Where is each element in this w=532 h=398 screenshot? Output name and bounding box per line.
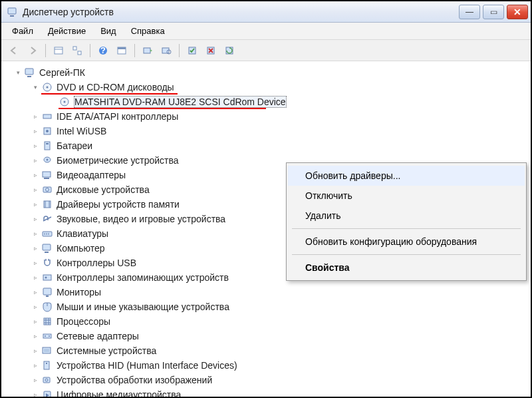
category-label: Драйверы устройств памяти [57, 199, 180, 210]
ctx-separator [292, 228, 521, 229]
toggle-expand-icon[interactable]: ▹ [31, 346, 40, 355]
svg-text:?: ? [100, 45, 106, 55]
toggle-expand-icon[interactable]: ▹ [31, 288, 40, 297]
svg-rect-31 [43, 172, 51, 177]
toggle-expand-icon[interactable]: ▹ [31, 156, 40, 165]
toggle-expand-icon[interactable]: ▹ [31, 258, 40, 268]
svg-point-26 [46, 130, 49, 132]
app-icon [7, 6, 19, 18]
toggle-expand-icon[interactable]: ▹ [31, 112, 40, 121]
ctx-update-drivers[interactable]: Обновить драйверы... [288, 166, 525, 186]
toggle-expand-icon[interactable]: ▹ [31, 214, 40, 224]
category-label: Мониторы [57, 287, 101, 298]
toggle-expand-icon[interactable]: ▹ [31, 229, 40, 238]
close-button[interactable]: ✕ [507, 5, 528, 19]
category-icon [41, 169, 53, 181]
uninstall-button[interactable] [202, 42, 219, 59]
category-icon [41, 198, 53, 210]
tree-category[interactable]: ▹Мониторы [31, 285, 528, 299]
root-label: Сергей-ПК [39, 67, 85, 78]
category-icon [41, 359, 53, 371]
toggle-expand-icon[interactable]: ▹ [31, 200, 40, 209]
tree-device-dvd[interactable]: MATSHITA DVD-RAM UJ8E2 SCSI CdRom Device [48, 95, 528, 109]
toggle-expand-icon[interactable]: ▹ [31, 317, 40, 326]
toggle-spacer [48, 97, 57, 106]
toggle-expand-icon[interactable]: ▹ [31, 244, 40, 253]
minimize-icon: — [466, 7, 473, 17]
category-icon [41, 140, 53, 152]
svg-rect-61 [44, 361, 49, 369]
enable-button[interactable] [184, 42, 201, 59]
menu-file[interactable]: Файл [5, 24, 40, 38]
tree-category[interactable]: ▹Устройства HID (Human Interface Devices… [31, 358, 528, 373]
toggle-expand-icon[interactable]: ▹ [31, 302, 40, 311]
minimize-button[interactable]: — [459, 5, 480, 19]
svg-rect-18 [25, 69, 33, 75]
tree-category-dvd[interactable]: ▾ DVD и CD-ROM дисководы [31, 80, 528, 109]
ctx-disable[interactable]: Отключить [288, 186, 525, 206]
svg-rect-63 [43, 377, 50, 383]
ctx-properties[interactable]: Свойства [288, 258, 525, 278]
update-button[interactable] [221, 42, 238, 59]
toggle-collapse-icon[interactable]: ▾ [13, 68, 23, 77]
forward-button[interactable] [24, 42, 41, 59]
tree-area[interactable]: ▾ Сергей-ПК ▾ DVD и CD-ROM дисководы [1, 61, 531, 397]
svg-rect-51 [44, 318, 51, 325]
tree-category[interactable]: ▹IDE ATA/ATAPI контроллеры [31, 109, 528, 124]
svg-rect-62 [46, 363, 47, 364]
scan-hw-button[interactable] [158, 42, 175, 59]
category-icon [41, 286, 53, 298]
back-button[interactable] [5, 42, 23, 59]
category-icon [41, 330, 53, 342]
scan-button[interactable] [139, 42, 156, 59]
ctx-delete[interactable]: Удалить [288, 206, 525, 226]
tree-category[interactable]: ▹Цифровые медиаустройства [31, 387, 528, 397]
tree-category[interactable]: ▹Устройства обработки изображений [31, 373, 528, 387]
toggle-expand-icon[interactable]: ▹ [31, 331, 40, 341]
category-icon [41, 257, 53, 269]
category-label: Видеоадаптеры [57, 170, 126, 180]
tree-category[interactable]: ▹Батареи [31, 138, 528, 153]
maximize-icon: ▭ [490, 7, 497, 17]
category-label: Устройства обработки изображений [57, 375, 212, 385]
toggle-expand-icon[interactable]: ▹ [31, 273, 40, 282]
tree-category[interactable]: ▹Процессоры [31, 314, 528, 329]
tree-category[interactable]: ▹Мыши и иные указывающие устройства [31, 299, 528, 314]
toggle-collapse-icon[interactable]: ▾ [31, 83, 40, 92]
disc-device-icon [59, 96, 70, 108]
show-all-button[interactable] [50, 42, 67, 59]
tree-category[interactable]: ▹Intel WiUSB [31, 124, 528, 138]
ctx-scan-hw[interactable]: Обновить конфигурацию оборудования [288, 232, 525, 252]
toggle-expand-icon[interactable]: ▹ [31, 141, 40, 150]
tree-category[interactable]: ▹Системные устройства [31, 343, 528, 358]
toggle-expand-icon[interactable]: ▹ [31, 361, 40, 370]
action-button[interactable] [113, 42, 130, 59]
maximize-button[interactable]: ▭ [483, 5, 504, 19]
svg-rect-28 [46, 143, 49, 144]
category-label: Компьютер [57, 243, 104, 254]
category-label: IDE ATA/ATAPI контроллеры [57, 111, 178, 122]
menubar: Файл Действие Вид Справка [1, 23, 531, 40]
category-label: Сетевые адаптеры [57, 331, 139, 341]
svg-rect-2 [55, 47, 63, 54]
toggle-expand-icon[interactable]: ▹ [31, 390, 40, 397]
svg-point-47 [45, 277, 47, 279]
toggle-expand-icon[interactable]: ▹ [31, 185, 40, 194]
menu-action[interactable]: Действие [41, 24, 92, 38]
help-button[interactable]: ? [94, 42, 112, 59]
svg-rect-46 [43, 275, 51, 280]
category-icon [41, 154, 53, 166]
tree-category[interactable]: ▹Сетевые адаптеры [31, 329, 528, 343]
svg-rect-24 [43, 114, 51, 118]
svg-rect-49 [46, 296, 49, 297]
menu-view[interactable]: Вид [94, 24, 123, 38]
toggle-expand-icon[interactable]: ▹ [31, 126, 40, 136]
toggle-expand-icon[interactable]: ▹ [31, 375, 40, 385]
device-tree-button[interactable] [68, 42, 86, 59]
computer-icon [24, 67, 36, 79]
category-icon [41, 315, 53, 327]
toggle-expand-icon[interactable]: ▹ [31, 170, 40, 180]
svg-rect-38 [43, 232, 52, 236]
category-label: Цифровые медиаустройства [57, 389, 181, 397]
menu-help[interactable]: Справка [124, 24, 172, 38]
